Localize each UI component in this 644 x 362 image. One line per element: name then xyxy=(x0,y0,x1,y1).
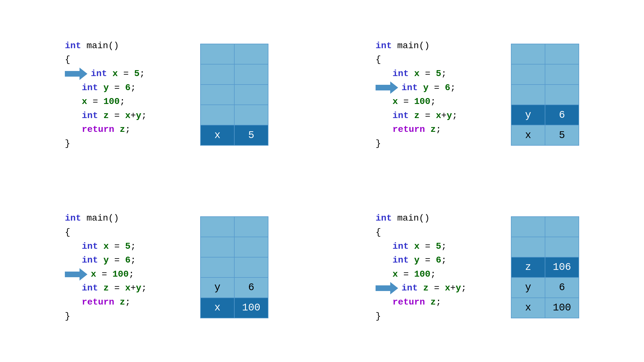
stack-cell-val: 106 xyxy=(545,257,579,277)
stack-cell-var: x xyxy=(511,298,545,318)
stack-cell-val: 5 xyxy=(234,125,268,145)
stack-row xyxy=(511,217,579,237)
code-line-7: return z; xyxy=(65,123,183,137)
code-line-4: int y = 6; xyxy=(376,81,494,95)
stack-cell xyxy=(545,237,579,257)
stack-row xyxy=(200,105,268,125)
code-line-2: { xyxy=(376,53,494,67)
stack-cell-var: z xyxy=(511,257,545,277)
stack-row: y 6 xyxy=(511,277,579,298)
code-line-2: { xyxy=(376,225,494,239)
arrow-2 xyxy=(376,81,398,94)
code-line-4: int y = 6; xyxy=(376,253,494,267)
stack-row-active: x 5 xyxy=(200,125,268,145)
svg-marker-2 xyxy=(65,268,87,281)
svg-marker-1 xyxy=(376,81,398,94)
stack-cell xyxy=(545,44,579,64)
stack-cell-var: y xyxy=(511,277,545,298)
stack-cell xyxy=(545,217,579,237)
stack-row-active: z 106 xyxy=(511,257,579,277)
code-line-6: int z = x+y; xyxy=(376,281,494,295)
svg-marker-0 xyxy=(65,68,87,80)
code-line-8: } xyxy=(65,137,183,151)
code-line-2: { xyxy=(65,225,183,239)
stack-cell xyxy=(511,44,545,64)
panel-4: int main() { int x = 5; int y = 6; x = 1… xyxy=(333,190,621,345)
arrow-1 xyxy=(65,68,87,80)
code-block-3: int main() { int x = 5; int y = 6; x = 1… xyxy=(65,211,183,323)
stack-cell xyxy=(511,64,545,85)
code-block-2: int main() { int x = 5; int y = 6; x = 1… xyxy=(376,39,494,151)
stack-cell xyxy=(234,85,268,105)
code-block-4: int main() { int x = 5; int y = 6; x = 1… xyxy=(376,211,494,323)
stack-cell xyxy=(545,85,579,105)
stack-cell-var: y xyxy=(200,277,234,298)
stack-cell xyxy=(234,257,268,277)
stack-cell xyxy=(234,105,268,125)
code-block-1: int main() { int x = 5; int y = 6; x = 1… xyxy=(65,39,183,151)
stack-row xyxy=(200,85,268,105)
code-line-6: int z = x+y; xyxy=(65,109,183,123)
code-line-1: int main() xyxy=(65,39,183,53)
code-line-5: x = 100; xyxy=(376,267,494,281)
code-line-3: int x = 5; xyxy=(376,239,494,254)
panel-1: int main() { int x = 5; int y = 6; x = 1… xyxy=(23,17,311,173)
stack-cell xyxy=(511,217,545,237)
code-line-5: x = 100; xyxy=(65,267,183,281)
stack-cell xyxy=(200,257,234,277)
stack-cell-var: x xyxy=(200,298,234,318)
code-line-6: int z = x+y; xyxy=(376,109,494,123)
stack-table-3: y 6 x 100 xyxy=(200,216,268,318)
stack-row xyxy=(511,64,579,85)
code-line-3: int x = 5; xyxy=(65,67,183,81)
stack-cell-var: x xyxy=(200,125,234,145)
code-line-3: int x = 5; xyxy=(65,239,183,254)
code-line-8: } xyxy=(376,309,494,323)
stack-cell-val: 6 xyxy=(234,277,268,298)
stack-cell xyxy=(234,217,268,237)
code-line-1: int main() xyxy=(376,211,494,225)
code-line-5: x = 100; xyxy=(376,95,494,109)
svg-marker-3 xyxy=(376,282,398,294)
stack-cell-val: 100 xyxy=(545,298,579,318)
stack-cell-val: 6 xyxy=(545,277,579,298)
code-line-4: int y = 6; xyxy=(65,253,183,267)
stack-cell xyxy=(234,237,268,257)
main-grid: int main() { int x = 5; int y = 6; x = 1… xyxy=(0,0,644,362)
stack-cell xyxy=(200,44,234,64)
stack-row-active: y 6 xyxy=(511,105,579,125)
panel-2: int main() { int x = 5; int y = 6; x = 1… xyxy=(333,17,621,173)
stack-table-4: z 106 y 6 x 100 xyxy=(511,216,579,318)
stack-row-active: x 100 xyxy=(200,298,268,318)
code-line-6: int z = x+y; xyxy=(65,281,183,295)
code-line-8: } xyxy=(376,137,494,151)
panel-3: int main() { int x = 5; int y = 6; x = 1… xyxy=(23,190,311,345)
code-line-1: int main() xyxy=(65,211,183,225)
stack-cell-val: 5 xyxy=(545,125,579,145)
stack-cell xyxy=(200,64,234,85)
stack-row xyxy=(200,257,268,277)
stack-table-1: x 5 xyxy=(200,44,268,146)
arrow-3 xyxy=(65,268,87,281)
stack-cell xyxy=(234,44,268,64)
stack-cell xyxy=(200,217,234,237)
stack-table-2: y 6 x 5 xyxy=(511,44,579,146)
code-line-4: int y = 6; xyxy=(65,81,183,95)
stack-row xyxy=(200,237,268,257)
code-line-2: { xyxy=(65,53,183,67)
arrow-4 xyxy=(376,282,398,294)
stack-cell-val: 100 xyxy=(234,298,268,318)
stack-row: x 5 xyxy=(511,125,579,145)
stack-row xyxy=(200,217,268,237)
stack-row xyxy=(200,44,268,64)
stack-row xyxy=(511,44,579,64)
stack-cell xyxy=(511,85,545,105)
stack-cell xyxy=(234,64,268,85)
code-line-3: int x = 5; xyxy=(376,67,494,81)
code-line-1: int main() xyxy=(376,39,494,53)
stack-cell xyxy=(545,64,579,85)
stack-cell xyxy=(200,237,234,257)
stack-row xyxy=(200,64,268,85)
stack-cell xyxy=(200,85,234,105)
code-line-5: x = 100; xyxy=(65,95,183,109)
